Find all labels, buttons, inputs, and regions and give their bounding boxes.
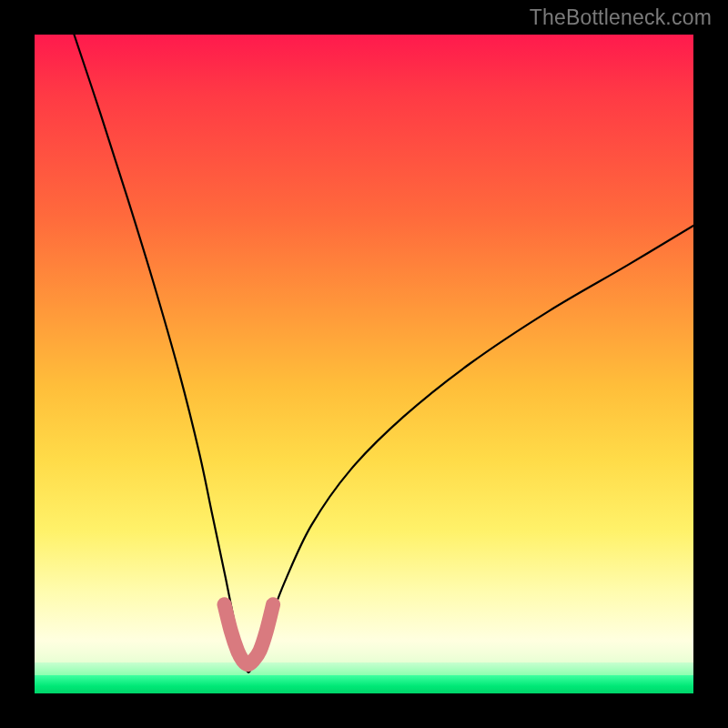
chart-frame: TheBottleneck.com	[0, 0, 728, 728]
plot-area	[35, 35, 693, 693]
watermark-text: TheBottleneck.com	[530, 5, 712, 30]
bottleneck-curve-path	[74, 35, 693, 672]
min-band-marker-path	[225, 604, 274, 664]
curve-layer	[35, 35, 693, 693]
